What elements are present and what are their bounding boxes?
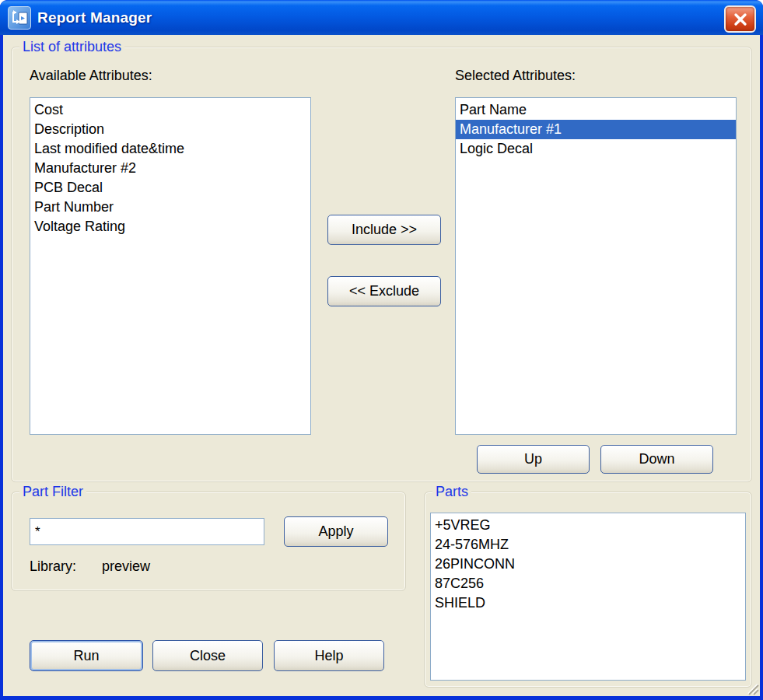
list-item[interactable]: 24-576MHZ — [431, 535, 745, 555]
list-item[interactable]: Voltage Rating — [30, 217, 310, 236]
titlebar[interactable]: Report Manager — [0, 0, 763, 35]
dialog-client-area: List of attributes Available Attributes:… — [3, 35, 760, 696]
selected-attributes-label: Selected Attributes: — [455, 68, 576, 84]
list-item[interactable]: Part Name — [456, 100, 736, 120]
list-item[interactable]: PCB Decal — [30, 178, 310, 198]
parts-caption: Parts — [432, 484, 471, 500]
app-icon — [8, 6, 31, 30]
list-item[interactable]: 26PINCONN — [431, 555, 745, 574]
library-label-text: Library: — [30, 558, 76, 574]
help-button[interactable]: Help — [274, 640, 384, 671]
resize-grip[interactable] — [744, 680, 759, 695]
list-item[interactable]: Part Number — [30, 198, 310, 217]
list-item[interactable]: Description — [30, 120, 310, 139]
close-window-button[interactable] — [724, 5, 756, 33]
available-attributes-label: Available Attributes: — [30, 68, 152, 84]
list-item[interactable]: Last modified date&time — [30, 139, 310, 159]
library-label: Library: preview — [30, 558, 150, 575]
exclude-button[interactable]: << Exclude — [327, 276, 441, 306]
parts-listbox[interactable]: +5VREG24-576MHZ26PINCONN87C256SHIELD — [430, 513, 746, 681]
list-item[interactable]: +5VREG — [431, 516, 745, 535]
part-filter-caption: Part Filter — [19, 484, 86, 500]
report-manager-window: Report Manager List of attributes Availa… — [0, 0, 763, 700]
list-of-attributes-caption: List of attributes — [19, 39, 124, 55]
available-attributes-listbox[interactable]: CostDescriptionLast modified date&timeMa… — [30, 97, 311, 435]
close-button[interactable]: Close — [152, 640, 263, 671]
list-item[interactable]: Manufacturer #2 — [30, 159, 310, 178]
run-button[interactable]: Run — [30, 640, 143, 671]
window-title: Report Manager — [37, 9, 152, 26]
part-filter-input[interactable] — [30, 518, 264, 545]
list-item[interactable]: Cost — [30, 100, 310, 120]
up-button[interactable]: Up — [477, 445, 590, 474]
down-button[interactable]: Down — [600, 445, 713, 474]
list-item[interactable]: 87C256 — [431, 574, 745, 593]
list-item[interactable]: SHIELD — [431, 593, 745, 613]
apply-button[interactable]: Apply — [284, 516, 388, 547]
library-value: preview — [102, 558, 150, 574]
list-item[interactable]: Logic Decal — [456, 139, 736, 159]
selected-attributes-listbox[interactable]: Part NameManufacturer #1Logic Decal — [455, 97, 737, 435]
include-button[interactable]: Include >> — [327, 215, 441, 245]
list-item[interactable]: Manufacturer #1 — [456, 120, 736, 139]
